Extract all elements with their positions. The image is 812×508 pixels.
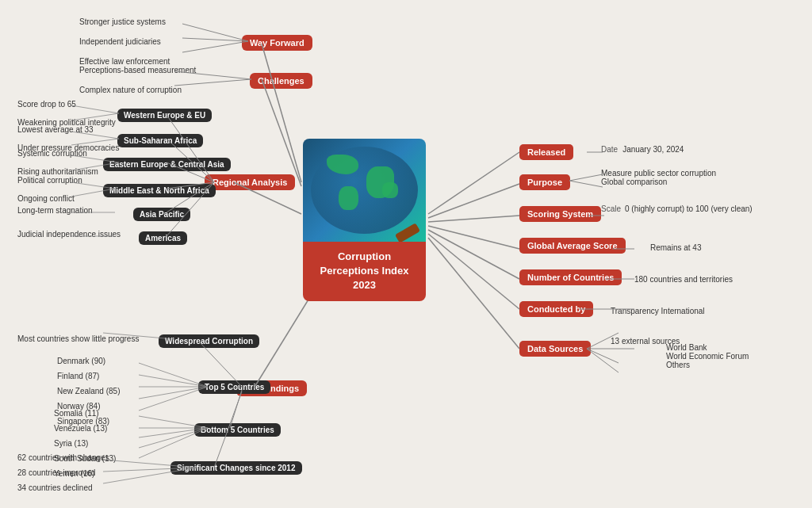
widespread-note: Most countries show little progress	[17, 330, 139, 345]
asia-pacific-node: Asia Pacific	[133, 206, 190, 220]
asia-pacific-items: Long-term stagnation	[17, 206, 93, 215]
svg-line-52	[139, 387, 208, 411]
global-avg-node: Global Average Score	[519, 238, 626, 254]
significant-changes-node: Significant Changes since 2012	[170, 460, 302, 474]
data-sources-items: World Bank World Economic Forum Others	[666, 343, 749, 369]
svg-line-17	[587, 349, 619, 372]
scoring-value: Scale 0 (highly corrupt) to 100 (very cl…	[601, 204, 753, 213]
challenges-node: Challenges	[250, 73, 312, 87]
svg-line-48	[139, 363, 208, 387]
svg-line-18	[262, 44, 301, 182]
svg-line-2	[428, 216, 519, 222]
num-countries-node: Number of Countries	[519, 269, 622, 285]
center-card: Corruption Perceptions Index 2023	[303, 139, 426, 297]
conducted-value: Transparency International	[611, 303, 705, 317]
svg-line-6	[428, 238, 519, 349]
middle-east-items: Political corruption Ongoing conflict	[17, 176, 82, 203]
released-node: Released	[519, 144, 573, 160]
americas-node: Americas	[139, 230, 187, 244]
western-europe-items: Score drop to 65 Weakening political int…	[17, 100, 116, 127]
widespread-node: Widespread Corruption	[159, 333, 259, 347]
regional-analysis-node: Regional Analysis	[205, 174, 295, 189]
data-sources-node: Data Sources	[519, 341, 591, 357]
center-title: Corruption Perceptions Index 2023	[309, 250, 419, 293]
purpose-node: Purpose	[519, 174, 570, 190]
num-countries-value: 180 countries and territories	[634, 271, 733, 285]
purpose-items: Measure public sector corruption Global …	[601, 169, 716, 186]
svg-line-9	[569, 181, 603, 187]
svg-line-3	[428, 226, 519, 249]
svg-line-24	[182, 41, 248, 52]
svg-line-19	[262, 79, 301, 186]
svg-line-0	[428, 152, 519, 214]
global-avg-value: Remains at 43	[650, 239, 701, 254]
svg-line-5	[428, 234, 519, 309]
western-europe-node: Western Europe & EU	[117, 107, 212, 121]
conducted-node: Conducted by	[519, 301, 593, 317]
way-forward-node: Way Forward	[242, 35, 312, 49]
released-date: Date January 30, 2024	[601, 145, 684, 154]
svg-line-23	[182, 38, 248, 41]
scoring-node: Scoring System	[519, 206, 601, 222]
mind-map: Corruption Perceptions Index 2023 Releas…	[0, 0, 812, 508]
svg-line-22	[182, 24, 248, 41]
way-forward-items: Stronger justice systems Independent jud…	[79, 17, 170, 66]
eastern-europe-items: Systemic corruption Rising authoritarian…	[17, 149, 98, 176]
sub-saharan-node: Sub-Saharan Africa	[117, 132, 203, 147]
svg-line-1	[428, 184, 519, 218]
svg-line-8	[569, 174, 603, 181]
americas-items: Judicial independence issues	[17, 230, 121, 239]
middle-east-node: Middle East & North Africa	[103, 182, 216, 197]
svg-line-49	[139, 375, 208, 387]
challenges-items: Perceptions-based measurement Complex na…	[79, 66, 196, 94]
svg-line-16	[587, 349, 619, 363]
eastern-europe-node: Eastern Europe & Central Asia	[103, 156, 231, 170]
bottom5-node: Bottom 5 Countries	[194, 422, 281, 436]
svg-line-27	[167, 115, 214, 182]
svg-line-4	[428, 230, 519, 279]
sub-saharan-items: Lowest average at 33 Under pressure demo…	[17, 125, 119, 152]
svg-line-51	[139, 387, 208, 399]
top5-node: Top 5 Countries	[198, 379, 270, 393]
significant-items: 62 countries with changes 28 countries i…	[17, 453, 109, 492]
